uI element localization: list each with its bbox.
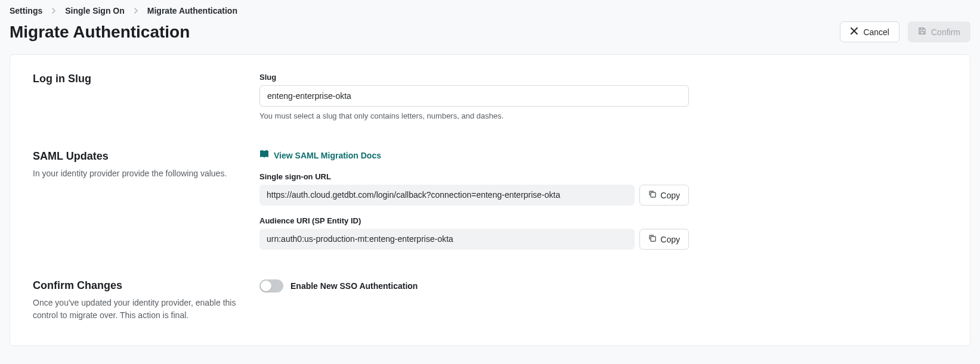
saml-section-title: SAML Updates [33,150,242,163]
copy-audience-button[interactable]: Copy [639,229,689,250]
audience-value: urn:auth0:us-production-mt:enteng-enterp… [259,229,635,250]
confirm-button[interactable]: Confirm [908,21,970,42]
audience-label: Audience URI (SP Entity ID) [259,216,689,225]
slug-input[interactable] [259,85,689,107]
book-icon [259,150,269,160]
copy-icon [648,190,657,200]
view-docs-link[interactable]: View SAML Migration Docs [259,150,381,160]
copy-sso-url-button[interactable]: Copy [639,185,689,206]
cancel-label: Cancel [863,27,889,37]
save-icon [918,27,926,37]
chevron-right-icon [51,8,57,14]
copy-label: Copy [660,191,680,200]
slug-field-label: Slug [259,73,689,82]
page-title: Migrate Authentication [10,23,190,42]
sso-url-label: Single sign-on URL [259,172,689,181]
svg-rect-1 [651,237,656,241]
cancel-button[interactable]: Cancel [840,21,899,42]
section-confirm: Confirm Changes Once you've updated your… [33,279,947,322]
toggle-knob [261,281,271,291]
breadcrumb: Settings Single Sign On Migrate Authenti… [10,6,970,15]
sso-url-value: https://auth.cloud.getdbt.com/login/call… [259,185,635,206]
chevron-right-icon [133,8,139,14]
slug-section-title: Log in Slug [33,73,242,85]
main-card: Log in Slug Slug You must select a slug … [10,54,970,346]
confirm-label: Confirm [931,27,960,37]
section-slug: Log in Slug Slug You must select a slug … [33,73,947,120]
copy-label: Copy [660,235,680,244]
confirm-section-desc: Once you've updated your identity provid… [33,297,242,322]
breadcrumb-settings[interactable]: Settings [10,6,42,15]
confirm-section-title: Confirm Changes [33,279,242,292]
saml-section-desc: In your identity provider provide the fo… [33,167,242,180]
breadcrumb-current: Migrate Authentication [147,6,237,15]
svg-rect-0 [651,192,656,197]
enable-sso-toggle[interactable] [259,279,283,293]
enable-sso-toggle-label: Enable New SSO Authentication [290,281,418,291]
copy-icon [648,234,657,244]
slug-help-text: You must select a slug that only contain… [259,111,689,120]
docs-link-label: View SAML Migration Docs [274,151,381,160]
section-saml: SAML Updates In your identity provider p… [33,150,947,250]
breadcrumb-sso[interactable]: Single Sign On [65,6,125,15]
close-icon [850,27,858,37]
